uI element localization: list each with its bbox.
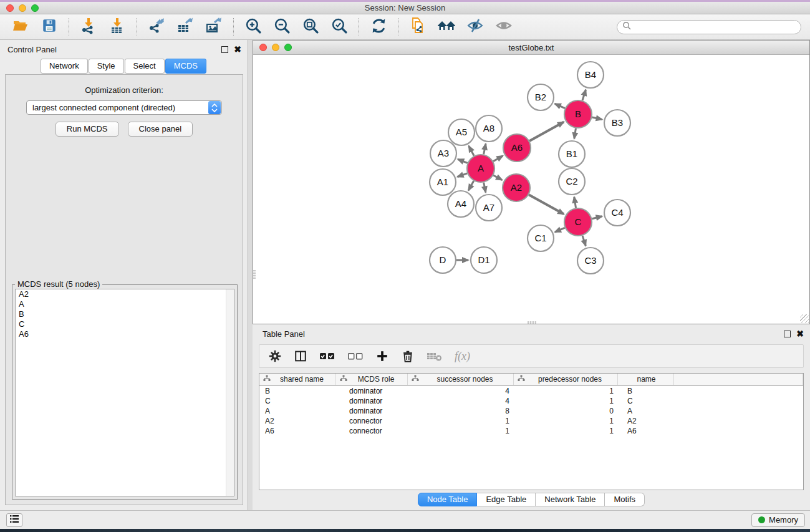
result-list-scrollbar[interactable] (226, 289, 234, 496)
graph-node-B3[interactable]: B3 (604, 110, 630, 136)
float-panel-icon[interactable] (221, 46, 228, 53)
graph-edge-A-A5[interactable] (469, 146, 474, 156)
optimization-criterion-dropdown[interactable]: largest connected component (directed) (26, 100, 222, 115)
graph-edge-A-A1[interactable] (458, 173, 468, 177)
table-row[interactable]: Bdominator41B (259, 386, 803, 396)
graph-node-A5[interactable]: A5 (448, 119, 475, 145)
graph-node-D1[interactable]: D1 (471, 247, 497, 273)
graph-node-B2[interactable]: B2 (528, 84, 554, 110)
graph-node-B4[interactable]: B4 (577, 62, 604, 88)
zoom-in-button[interactable] (243, 16, 264, 37)
open-folder-button[interactable] (10, 16, 31, 37)
run-mcds-button[interactable]: Run MCDS (55, 122, 119, 137)
column-header-name[interactable]: name (618, 374, 674, 385)
graph-node-A3[interactable]: A3 (430, 140, 456, 167)
canvas-left-grip[interactable] (253, 270, 256, 279)
graph-node-A1[interactable]: A1 (430, 169, 456, 195)
close-panel-icon[interactable]: ✖ (234, 46, 241, 53)
deselect-checkboxes-button[interactable] (347, 351, 364, 362)
column-header-shared-name[interactable]: shared name (259, 374, 336, 385)
column-header-predecessor-nodes[interactable]: predecessor nodes (514, 374, 618, 385)
import-network-button[interactable] (78, 16, 99, 37)
zoom-out-button[interactable] (271, 16, 292, 37)
tab-style[interactable]: Style (89, 59, 124, 74)
tab-network[interactable]: Network (41, 59, 88, 74)
graph-edge-C-C3[interactable] (582, 236, 586, 246)
graph-node-C4[interactable]: C4 (604, 200, 630, 226)
export-network-button[interactable] (146, 16, 167, 37)
mcds-result-item[interactable]: A2 (16, 289, 234, 299)
network-canvas[interactable]: B4B2BB3A8A5A6B1A3AC2A1A2A4A7C4CC1DD1C3 (253, 55, 809, 324)
graph-edge-C-C4[interactable] (592, 216, 602, 219)
graph-node-C1[interactable]: C1 (528, 225, 554, 251)
export-table-button[interactable] (175, 16, 196, 37)
tab-select[interactable]: Select (125, 59, 165, 74)
graph-node-C2[interactable]: C2 (559, 168, 585, 195)
graph-edge-B-B4[interactable] (582, 90, 586, 100)
graph-edge-A-A6[interactable] (493, 156, 503, 162)
graph-node-C3[interactable]: C3 (577, 248, 604, 274)
close-panel-button[interactable]: Close panel (128, 122, 193, 137)
search-field[interactable] (617, 20, 801, 34)
graph-node-A[interactable]: A (467, 155, 494, 182)
column-header-MCDS-role[interactable]: MCDS role (336, 374, 408, 385)
tab-network-table[interactable]: Network Table (536, 493, 605, 506)
graph-node-A4[interactable]: A4 (448, 191, 474, 217)
graph-edge-B-B3[interactable] (592, 117, 602, 120)
close-table-panel-icon[interactable]: ✖ (796, 331, 804, 337)
function-builder-button[interactable]: f(x) (455, 350, 470, 363)
column-header-successor-nodes[interactable]: successor nodes (408, 374, 514, 385)
graph-edge-A-A2[interactable] (493, 175, 502, 180)
tab-motifs[interactable]: Motifs (605, 493, 645, 506)
zoom-fit-button[interactable] (300, 16, 321, 37)
select-all-checkboxes-button[interactable] (319, 351, 335, 362)
tab-node-table[interactable]: Node Table (418, 493, 478, 506)
graph-edge-C-C2[interactable] (574, 197, 576, 208)
table-row[interactable]: Adominator80A (259, 406, 803, 416)
settings-gear-button[interactable] (268, 349, 282, 363)
save-session-button[interactable] (39, 16, 60, 37)
zoom-selected-button[interactable] (329, 16, 350, 37)
graph-edge-A-A7[interactable] (484, 183, 486, 193)
add-column-button[interactable] (375, 349, 389, 363)
home-button[interactable] (436, 16, 457, 37)
clone-network-button[interactable] (407, 16, 428, 37)
task-history-button[interactable] (6, 513, 22, 527)
float-table-panel-icon[interactable] (784, 331, 791, 337)
graph-edge-A-A3[interactable] (458, 159, 467, 163)
graph-node-B[interactable]: B (564, 100, 592, 128)
graph-edge-C-C1[interactable] (555, 228, 565, 232)
graph-edge-A6-B[interactable] (529, 122, 564, 141)
table-row[interactable]: A6connector11A6 (259, 426, 803, 436)
memory-button[interactable]: Memory (751, 513, 805, 527)
graph-node-B1[interactable]: B1 (559, 141, 585, 167)
mcds-result-item[interactable]: A (16, 299, 234, 309)
column-layout-button[interactable] (294, 349, 307, 363)
export-image-button[interactable] (203, 16, 224, 37)
mcds-result-item[interactable]: C (16, 319, 234, 329)
canvas-bottom-grip[interactable] (528, 321, 536, 324)
show-details-button[interactable] (493, 16, 514, 37)
delete-column-button[interactable] (401, 349, 415, 363)
table-row[interactable]: Cdominator41C (259, 396, 803, 406)
mcds-result-item[interactable]: B (16, 309, 234, 319)
window-resize-grip[interactable] (800, 314, 809, 323)
graph-edge-B-B1[interactable] (574, 128, 576, 139)
search-input[interactable] (634, 22, 796, 32)
graph-node-D[interactable]: D (430, 247, 456, 273)
hide-details-button[interactable] (465, 16, 486, 37)
graph-edge-A-A8[interactable] (484, 143, 486, 154)
graph-edge-A2-C[interactable] (529, 195, 564, 214)
graph-edge-A-A4[interactable] (468, 181, 474, 190)
tab-mcds[interactable]: MCDS (165, 59, 206, 74)
graph-node-A8[interactable]: A8 (476, 115, 502, 142)
mcds-result-item[interactable]: A6 (16, 329, 234, 339)
graph-node-A2[interactable]: A2 (503, 174, 530, 201)
graph-node-A6[interactable]: A6 (503, 134, 531, 162)
graph-node-C[interactable]: C (564, 208, 592, 236)
graph-edge-B-B2[interactable] (555, 104, 565, 108)
delete-table-button[interactable] (427, 350, 443, 362)
graph-node-A7[interactable]: A7 (476, 195, 502, 221)
refresh-layout-button[interactable] (368, 16, 389, 37)
import-table-button[interactable] (107, 16, 128, 37)
